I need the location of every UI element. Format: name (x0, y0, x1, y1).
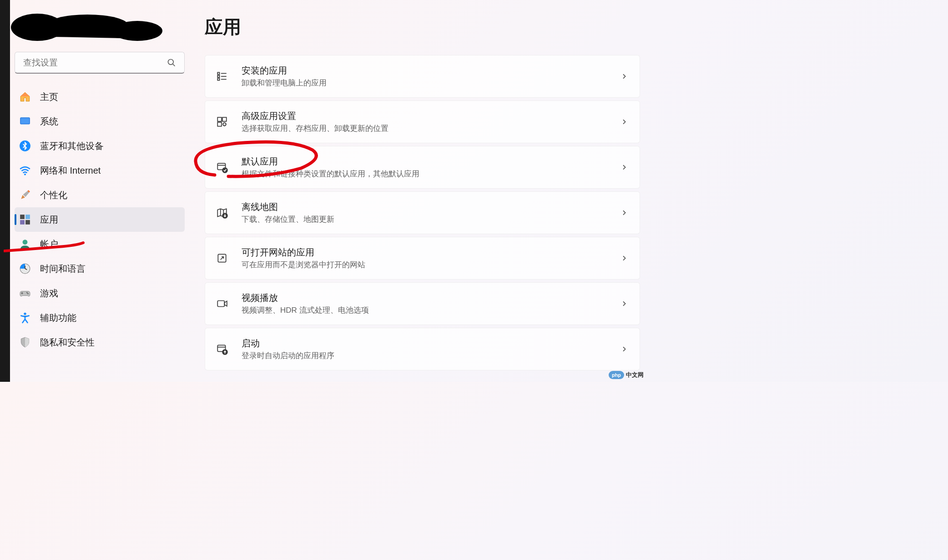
card-default-apps[interactable]: 默认应用根据文件和链接种类设置的默认应用，其他默认应用 (205, 146, 640, 189)
svg-rect-25 (222, 117, 227, 121)
main-content: 应用 安装的应用卸载和管理电脑上的应用 高级应用设置选择获取应用、存档应用、卸载… (193, 0, 646, 382)
card-title: 高级应用设置 (242, 110, 620, 122)
watermark-text: 中文网 (626, 371, 644, 379)
system-icon (19, 115, 31, 127)
svg-rect-20 (217, 75, 219, 77)
apps-icon (19, 214, 31, 225)
card-offline-maps[interactable]: 离线地图下载、存储位置、地图更新 (205, 191, 640, 234)
wifi-icon (19, 165, 31, 176)
card-title: 启动 (242, 337, 620, 350)
card-title: 可打开网站的应用 (242, 246, 620, 259)
profile-area (10, 4, 193, 52)
nav-label: 游戏 (40, 287, 58, 300)
svg-point-8 (24, 174, 26, 175)
chevron-right-icon (620, 118, 628, 125)
card-title: 视频播放 (242, 292, 620, 304)
sidebar: 主页 系统 蓝牙和其他设备 网络和 Internet 个性化 应用 帐户 时间 (10, 0, 193, 382)
chevron-right-icon (620, 164, 628, 171)
nav-label: 时间和语言 (40, 263, 86, 275)
home-icon (19, 91, 31, 103)
card-desc: 登录时自动启动的应用程序 (242, 350, 620, 361)
chevron-right-icon (620, 209, 628, 216)
grid-gear-icon (215, 115, 229, 129)
nav-item-system[interactable]: 系统 (15, 109, 185, 134)
svg-line-4 (173, 64, 175, 66)
svg-rect-10 (25, 215, 30, 219)
svg-point-27 (223, 123, 226, 126)
card-title: 默认应用 (242, 155, 620, 168)
nav-label: 帐户 (40, 238, 58, 250)
nav-label: 系统 (40, 115, 58, 128)
nav-label: 辅助功能 (40, 312, 76, 324)
nav-label: 蓝牙和其他设备 (40, 140, 104, 152)
svg-rect-9 (20, 215, 25, 219)
svg-rect-11 (20, 220, 25, 225)
nav-label: 主页 (40, 91, 58, 103)
external-link-icon (215, 251, 229, 265)
nav-item-personalize[interactable]: 个性化 (15, 183, 185, 207)
search-icon (167, 58, 176, 67)
shield-icon (19, 336, 31, 348)
card-desc: 视频调整、HDR 流式处理、电池选项 (242, 305, 620, 315)
watermark-logo: php (609, 371, 624, 379)
card-video-playback[interactable]: 视频播放视频调整、HDR 流式处理、电池选项 (205, 282, 640, 325)
nav-label: 隐私和安全性 (40, 336, 95, 349)
clock-icon (19, 263, 31, 275)
svg-rect-6 (21, 118, 29, 124)
nav-list: 主页 系统 蓝牙和其他设备 网络和 Internet 个性化 应用 帐户 时间 (10, 82, 193, 355)
svg-rect-12 (25, 220, 30, 225)
map-download-icon (215, 206, 229, 220)
nav-item-time[interactable]: 时间和语言 (15, 256, 185, 281)
account-icon (19, 238, 31, 250)
page-title: 应用 (205, 15, 640, 40)
svg-point-15 (26, 292, 28, 294)
window-left-border (0, 0, 10, 382)
watermark: php 中文网 (609, 371, 644, 379)
nav-item-privacy[interactable]: 隐私和安全性 (15, 330, 185, 355)
svg-point-17 (24, 313, 26, 315)
chevron-right-icon (620, 300, 628, 307)
nav-item-apps[interactable]: 应用 (15, 207, 185, 232)
nav-label: 网络和 Internet (40, 165, 101, 177)
accessibility-icon (19, 312, 31, 324)
brush-icon (19, 189, 31, 201)
video-icon (215, 297, 229, 310)
card-desc: 可在应用而不是浏览器中打开的网站 (242, 260, 620, 270)
svg-rect-18 (217, 72, 219, 74)
card-desc: 卸载和管理电脑上的应用 (242, 78, 620, 88)
card-startup[interactable]: 启动登录时自动启动的应用程序 (205, 328, 640, 370)
card-desc: 根据文件和链接种类设置的默认应用，其他默认应用 (242, 169, 620, 179)
svg-point-16 (27, 293, 29, 295)
window-check-icon (215, 160, 229, 174)
card-website-apps[interactable]: 可打开网站的应用可在应用而不是浏览器中打开的网站 (205, 237, 640, 280)
card-advanced-app-settings[interactable]: 高级应用设置选择获取应用、存档应用、卸载更新的位置 (205, 100, 640, 143)
card-title: 离线地图 (242, 201, 620, 213)
card-desc: 选择获取应用、存档应用、卸载更新的位置 (242, 123, 620, 134)
svg-point-13 (23, 240, 28, 245)
nav-item-bluetooth[interactable]: 蓝牙和其他设备 (15, 134, 185, 158)
svg-rect-26 (217, 122, 222, 126)
nav-item-account[interactable]: 帐户 (15, 232, 185, 256)
svg-rect-33 (217, 301, 224, 307)
nav-label: 应用 (40, 214, 58, 226)
card-title: 安装的应用 (242, 65, 620, 77)
list-icon (215, 70, 229, 83)
chevron-right-icon (620, 73, 628, 80)
nav-label: 个性化 (40, 189, 67, 201)
gamepad-icon (19, 287, 31, 299)
svg-rect-22 (217, 78, 219, 80)
chevron-right-icon (620, 345, 628, 353)
chevron-right-icon (620, 255, 628, 262)
card-installed-apps[interactable]: 安装的应用卸载和管理电脑上的应用 (205, 55, 640, 98)
nav-item-accessibility[interactable]: 辅助功能 (15, 305, 185, 330)
svg-point-30 (222, 168, 227, 173)
svg-point-3 (168, 59, 174, 65)
svg-point-2 (112, 21, 162, 41)
nav-item-gaming[interactable]: 游戏 (15, 281, 185, 305)
search-field[interactable] (23, 58, 167, 68)
bluetooth-icon (19, 140, 31, 152)
nav-item-network[interactable]: 网络和 Internet (15, 158, 185, 183)
search-input[interactable] (15, 52, 185, 74)
startup-icon (215, 342, 229, 356)
nav-item-home[interactable]: 主页 (15, 85, 185, 109)
